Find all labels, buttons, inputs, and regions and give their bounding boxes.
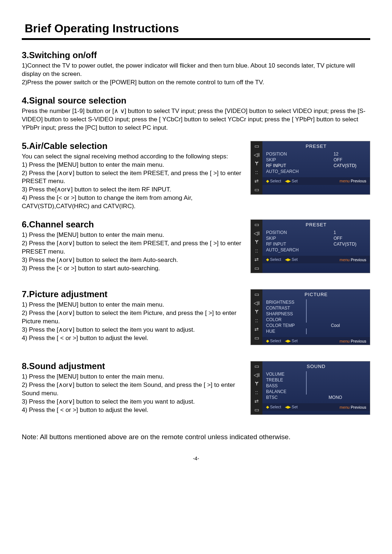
- display-icon: ▭: [253, 186, 261, 193]
- footer-previous: Previous: [351, 339, 366, 343]
- footer-set: Set: [292, 257, 298, 262]
- footer-previous: Previous: [351, 405, 366, 409]
- line: 2) Press the [∧or∨] button to select the…: [22, 309, 243, 326]
- body: You can select the signal receiving meth…: [22, 153, 243, 161]
- slider: [306, 371, 307, 377]
- slider: [306, 299, 307, 305]
- osd-value: OFF: [334, 157, 366, 162]
- osd-label: RF INPUT: [266, 242, 306, 247]
- slider: [306, 383, 307, 389]
- page-title: Brief Operating Instructions: [22, 22, 370, 35]
- tuner-icon: ▭: [253, 363, 261, 369]
- heading-aircable: 5.Air/Cable selection: [22, 141, 243, 151]
- line: 2) Press the [∧or∨] button to select the…: [22, 239, 243, 256]
- section-sound: 8.Sound adjustment 1) Press the [MENU] b…: [22, 361, 370, 422]
- osd-label: SKIP: [266, 157, 306, 162]
- slider: [306, 305, 307, 311]
- section-picture: 7.Picture adjustment 1) Press the [MENU]…: [22, 289, 370, 352]
- osd-label: SHARPNESS: [266, 311, 302, 316]
- inout-icon: ⇄: [253, 256, 261, 263]
- line: 3) Press the [∧or∨] button to select the…: [22, 326, 243, 334]
- osd-footer: ◆Select ◀▶Set menu Previous: [262, 177, 370, 185]
- settings-icon: ::: [253, 317, 261, 324]
- osd-value: MONO: [305, 395, 366, 400]
- osd-title: PICTURE: [266, 292, 366, 297]
- osd-value: CATV(STD): [334, 242, 366, 247]
- line: 3) Press the [∧or∨] button to select the…: [22, 256, 243, 264]
- osd-label: BASS: [266, 383, 302, 388]
- line: 1) Press the [MENU] button to enter the …: [22, 301, 243, 309]
- footer-previous: Previous: [351, 258, 366, 262]
- line: 2) Press the [∧or∨] button to select the…: [22, 381, 243, 398]
- note: Note: All buttons mentioned above are on…: [22, 433, 370, 441]
- footer-select: Select: [270, 257, 281, 262]
- heading-signal: 4.Signal source selection: [22, 96, 370, 106]
- section-channel: 6.Channel search 1) Press the [MENU] but…: [22, 219, 370, 280]
- osd-side-icons: ▭ ◁⦀ Ɏ :: ⇄ ▭: [251, 141, 262, 194]
- footer-previous: Previous: [351, 179, 366, 183]
- slider: [306, 311, 307, 317]
- line: 1) Press the [MENU] button to enter the …: [22, 231, 243, 239]
- audio-icon: ◁⦀: [253, 230, 261, 236]
- audio-icon: ◁⦀: [253, 151, 261, 158]
- osd-title: PRESET: [266, 143, 366, 149]
- osd-preset-1: ▭ ◁⦀ Ɏ :: ⇄ ▭ PRESET POSITION12 SKIPOFF …: [250, 141, 370, 195]
- slider: [306, 328, 307, 334]
- osd-label: BRIGHTNESS: [266, 300, 302, 305]
- footer-select: Select: [270, 179, 281, 183]
- footer-menu: menu: [340, 258, 350, 262]
- osd-label: CONTRAST: [266, 306, 302, 311]
- tuner-icon: ▭: [253, 291, 261, 298]
- osd-title: PRESET: [266, 222, 366, 227]
- osd-value: 1: [334, 230, 366, 235]
- tools-icon: Ɏ: [253, 308, 261, 315]
- line: 4) Press the [ < or >] button to adjust …: [22, 334, 243, 343]
- line: 3) Press the [< or >] button to start au…: [22, 264, 243, 273]
- footer-select: Select: [270, 405, 281, 409]
- osd-label: COLOR TEMP: [266, 323, 302, 328]
- heading-picture: 7.Picture adjustment: [22, 289, 243, 299]
- display-icon: ▭: [253, 335, 261, 341]
- osd-value: Cool: [305, 323, 366, 328]
- osd-picture: ▭ ◁⦀ Ɏ :: ⇄ ▭ PICTURE BRIGHTNESS CONTRAS…: [250, 289, 370, 345]
- line: 2)Press the power switch or the [POWER] …: [22, 78, 370, 87]
- slider: [306, 389, 307, 395]
- body: Press the number [1-9] button or [∧ ∨] b…: [22, 107, 370, 132]
- tools-icon: Ɏ: [253, 239, 261, 245]
- line: 4) Press the [< or >] button to change t…: [22, 194, 243, 211]
- display-icon: ▭: [253, 407, 261, 413]
- footer-select: Select: [270, 339, 281, 343]
- osd-title: SOUND: [266, 364, 366, 369]
- osd-label: VOLUME: [266, 372, 302, 377]
- inout-icon: ⇄: [253, 398, 261, 404]
- page-number: -4-: [22, 456, 370, 461]
- heading-channel: 6.Channel search: [22, 219, 243, 230]
- line: 1)Connect the TV to power outlet, the po…: [22, 62, 370, 78]
- osd-label: BTSC: [266, 395, 302, 400]
- footer-menu: menu: [340, 339, 350, 343]
- footer-set: Set: [292, 179, 298, 183]
- line: 1) Press the [MENU] button to enter the …: [22, 373, 243, 381]
- footer-menu: menu: [340, 179, 350, 183]
- osd-value: CATV(STD): [334, 163, 366, 168]
- inout-icon: ⇄: [253, 326, 261, 332]
- slider: [306, 377, 307, 383]
- osd-value: 12: [334, 151, 366, 157]
- osd-label: SKIP: [266, 236, 306, 241]
- osd-sound: ▭ ◁⦀ Ɏ :: ⇄ ▭ SOUND VOLUME TREBLE BASS B…: [250, 361, 370, 415]
- osd-label: POSITION: [266, 151, 306, 157]
- section-aircable: 5.Air/Cable selection You can select the…: [22, 141, 370, 211]
- osd-label: RF INPUT: [266, 163, 306, 168]
- section-signal: 4.Signal source selection Press the numb…: [22, 96, 370, 132]
- osd-label: BALANCE: [266, 389, 302, 394]
- slider: [306, 317, 307, 323]
- osd-label: HUE: [266, 329, 302, 334]
- tools-icon: Ɏ: [253, 160, 261, 167]
- osd-label: POSITION: [266, 230, 306, 235]
- osd-label: TREBLE: [266, 377, 302, 383]
- line: 3) Press the [∧or∨] button to select the…: [22, 398, 243, 406]
- tools-icon: Ɏ: [253, 380, 261, 387]
- heading-sound: 8.Sound adjustment: [22, 361, 243, 371]
- line: 1) Press the [MENU] button to enter the …: [22, 161, 243, 169]
- osd-label: AUTO_SEARCH: [266, 169, 306, 174]
